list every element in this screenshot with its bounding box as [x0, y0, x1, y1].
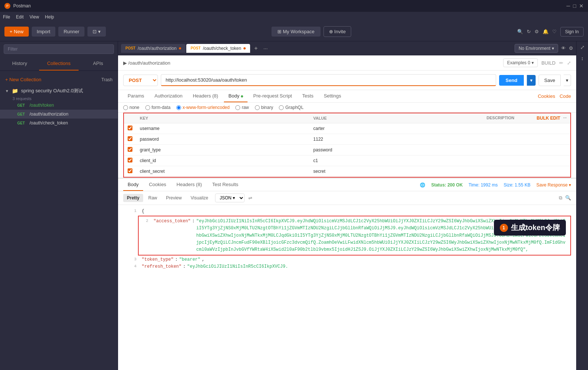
nav-tab-settings[interactable]: Settings: [319, 90, 346, 102]
bell-icon[interactable]: 🔔: [543, 29, 549, 34]
cookies-link[interactable]: Cookies: [538, 93, 555, 99]
collection-item[interactable]: ▼ 📁 spring security OAuth2.0测试: [0, 85, 118, 96]
eye-icon[interactable]: 👁: [561, 45, 566, 51]
save-button[interactable]: Save: [539, 75, 561, 86]
nav-tab-authorization[interactable]: Authorization: [150, 90, 187, 102]
row-checkbox-0[interactable]: [124, 123, 136, 134]
row-key-1[interactable]: password: [136, 134, 309, 145]
sidebar-tab-apis[interactable]: APIs: [79, 57, 118, 71]
more-tabs-button[interactable]: ···: [262, 45, 269, 51]
main-content: POST /oauth/authorization POST /oauth/ch…: [118, 41, 576, 370]
layout-button[interactable]: ⊡ ▾: [87, 27, 106, 37]
trash-button[interactable]: Trash: [101, 77, 113, 82]
import-button[interactable]: Import: [32, 27, 56, 37]
radio-graphql[interactable]: GraphQL: [279, 105, 303, 110]
radio-binary[interactable]: binary: [255, 105, 273, 110]
request-tab-0[interactable]: POST /oauth/authorization: [121, 44, 186, 53]
close-icon[interactable]: ✕: [579, 3, 584, 9]
bulk-edit-button[interactable]: Bulk Edit: [537, 116, 560, 121]
globe-icon: 🌐: [420, 182, 425, 188]
fmt-tab-visualize[interactable]: Visualize: [187, 194, 212, 202]
menu-file[interactable]: File: [3, 14, 10, 20]
sidebar-tab-collections[interactable]: Collections: [39, 57, 78, 71]
method-select[interactable]: POST GET PUT DELETE: [123, 75, 158, 86]
row-key-3[interactable]: client_id: [136, 155, 309, 166]
chevron-down-icon: ▼: [5, 89, 9, 93]
settings-icon[interactable]: ⚙: [535, 29, 539, 34]
row-key-0[interactable]: username: [136, 123, 309, 134]
env-settings-icon[interactable]: ⚙: [569, 45, 573, 51]
env-dropdown[interactable]: No Environment ▾: [515, 44, 558, 53]
row-key-4[interactable]: client_secret: [136, 166, 309, 177]
new-button[interactable]: + New: [4, 27, 29, 37]
send-button[interactable]: Send: [499, 75, 524, 86]
more-options-icon[interactable]: ···: [563, 116, 567, 120]
search-response-icon[interactable]: 🔍: [565, 195, 571, 201]
request-tab-1[interactable]: POST /oauth/check_token: [186, 44, 250, 53]
row-checkbox-4[interactable]: [124, 166, 136, 177]
row-checkbox-1[interactable]: [124, 134, 136, 145]
sidebar-tab-history[interactable]: History: [0, 57, 39, 71]
row-checkbox-3[interactable]: [124, 155, 136, 166]
fmt-tab-raw[interactable]: Raw: [145, 194, 161, 202]
radio-raw[interactable]: raw: [235, 105, 249, 110]
save-dropdown-button[interactable]: ▾: [564, 75, 571, 86]
row-value-0[interactable]: carter: [309, 123, 483, 134]
sync-icon[interactable]: ↻: [527, 29, 531, 34]
request-item-0[interactable]: GET /oauth/token: [0, 101, 118, 110]
sidebar-content: + New Collection Trash ▼ 📁 spring securi…: [0, 71, 118, 370]
nav-tab-body[interactable]: Body: [224, 90, 247, 102]
request-item-2[interactable]: GET /oauth/check_token: [0, 119, 118, 127]
row-desc-1: [483, 134, 570, 145]
row-key-2[interactable]: grant_type: [136, 145, 309, 155]
row-value-2[interactable]: password: [309, 145, 483, 155]
window-controls[interactable]: ─ □ ✕: [567, 3, 584, 9]
invite-button[interactable]: ⊕ Invite: [324, 26, 352, 37]
search-icon[interactable]: 🔍: [517, 29, 523, 34]
expand-icon[interactable]: ⤢: [567, 60, 571, 66]
resp-tab-headers[interactable]: Headers (8): [172, 179, 207, 191]
nav-tab-headers[interactable]: Headers (8): [188, 90, 223, 102]
minimize-icon[interactable]: ─: [567, 3, 570, 9]
nav-tab-prerequest[interactable]: Pre-request Script: [249, 90, 297, 102]
new-collection-button[interactable]: + New Collection: [5, 77, 41, 82]
wrap-icon[interactable]: ⇌: [248, 195, 252, 201]
resp-tab-body[interactable]: Body: [123, 179, 143, 191]
title-bar: P Postman ─ □ ✕: [0, 0, 588, 12]
menu-help[interactable]: Help: [45, 14, 54, 20]
menu-edit[interactable]: Edit: [16, 14, 24, 20]
copy-icon[interactable]: ⧉: [559, 195, 562, 201]
code-link[interactable]: Code: [560, 93, 571, 99]
resp-tab-cookies[interactable]: Cookies: [145, 179, 171, 191]
workspace-button[interactable]: ⊞ My Workspace: [271, 27, 320, 37]
right-scroll-icon[interactable]: ↕: [581, 55, 584, 61]
edit-icon[interactable]: ✏: [559, 60, 563, 66]
save-response-button[interactable]: Save Response ▾: [536, 182, 571, 188]
fmt-tab-pretty[interactable]: Pretty: [123, 194, 143, 202]
right-expand-icon[interactable]: ⤢: [580, 44, 585, 50]
url-input[interactable]: [161, 74, 496, 86]
sign-in-button[interactable]: Sign In: [560, 27, 584, 37]
fmt-tab-preview[interactable]: Preview: [162, 194, 186, 202]
row-value-1[interactable]: 1122: [309, 134, 483, 145]
row-value-4[interactable]: secret: [309, 166, 483, 177]
radio-none[interactable]: none: [123, 105, 139, 110]
build-button[interactable]: BUILD: [542, 60, 556, 66]
radio-form-data[interactable]: form-data: [145, 105, 170, 110]
json-format-select[interactable]: JSON ▾: [215, 193, 245, 202]
request-item-1[interactable]: GET /oauth/authorization: [0, 110, 118, 119]
row-value-3[interactable]: c1: [309, 155, 483, 166]
radio-urlencoded[interactable]: x-www-form-urlencoded: [176, 105, 229, 110]
maximize-icon[interactable]: □: [573, 3, 576, 9]
nav-tab-params[interactable]: Params: [123, 90, 149, 102]
resp-tab-test-results[interactable]: Test Results: [208, 179, 243, 191]
send-dropdown-button[interactable]: ▾: [527, 75, 536, 86]
runner-button[interactable]: Runner: [58, 27, 84, 37]
examples-button[interactable]: Examples 0 ▾: [503, 58, 538, 67]
row-checkbox-2[interactable]: [124, 145, 136, 155]
heart-icon[interactable]: ♡: [552, 29, 557, 34]
nav-tab-tests[interactable]: Tests: [298, 90, 318, 102]
menu-view[interactable]: View: [30, 14, 39, 20]
add-tab-button[interactable]: +: [251, 43, 261, 54]
search-input[interactable]: [4, 44, 114, 54]
